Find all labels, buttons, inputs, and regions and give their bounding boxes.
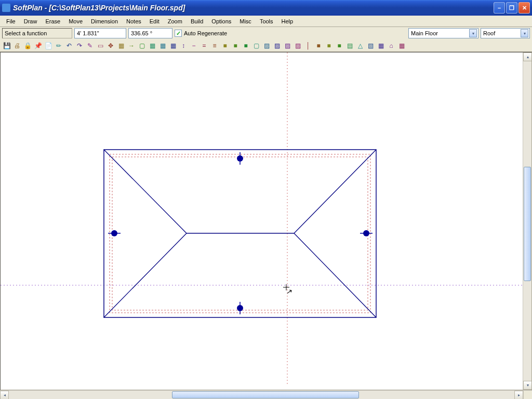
mode-dropdown-value: Roof [483,30,518,36]
minimize-button[interactable]: – [494,2,505,14]
lock-icon[interactable]: 🔒 [23,41,32,50]
svg-line-6 [104,233,187,317]
grid2-icon[interactable]: ▦ [148,41,157,50]
vscroll-thumb[interactable] [524,167,531,281]
roof-icon[interactable]: △ [355,41,365,50]
vertical-scrollbar[interactable]: ▴ ▾ [523,52,531,390]
menu-dimension[interactable]: Dimension [87,17,122,25]
grid-icon[interactable]: ▦ [116,41,126,50]
fill-dark-icon[interactable]: ■ [324,41,334,50]
menu-erase[interactable]: Erase [41,17,64,25]
fill-dark2-icon[interactable]: ■ [335,41,344,50]
check-icon: ✓ [175,30,182,37]
app-icon [2,4,10,12]
titlebar: SoftPlan - [C:\SoftPlan13\Projects\Main … [0,0,532,16]
chevron-down-icon: ▾ [469,29,477,37]
scroll-right-icon[interactable]: ▸ [514,391,523,399]
svg-line-7 [294,150,376,233]
chevron-down-icon: ▾ [521,29,528,37]
box2-icon[interactable]: ▢ [251,41,261,50]
line2-icon[interactable]: = [200,41,209,50]
dim-icon[interactable]: ▭ [96,41,105,50]
menu-build[interactable]: Build [187,17,207,25]
fill-blue3-icon[interactable]: ■ [241,41,250,50]
drawing-svg [1,52,524,385]
menu-misc[interactable]: Misc [235,17,256,25]
move-icon[interactable]: ✥ [106,41,115,50]
blue-box-icon[interactable]: ■ [314,41,323,50]
redo-icon[interactable]: ↷ [75,41,84,50]
grid5-icon[interactable]: ▦ [397,41,406,50]
hatch2-icon[interactable]: ▨ [272,41,282,50]
scroll-corner [523,391,532,399]
menu-edit[interactable]: Edit [145,17,164,25]
menu-help[interactable]: Help [277,17,298,25]
drawing-canvas[interactable]: ↖ ▴ ▾ [0,52,532,390]
line3-icon[interactable]: ≡ [210,41,219,50]
svg-line-8 [294,233,376,317]
menu-notes[interactable]: Notes [122,17,145,25]
hatch4-icon[interactable]: ▨ [293,41,302,50]
maximize-button[interactable]: ❐ [506,2,517,14]
horizontal-scrollbar[interactable]: ◂ ▸ [0,390,532,399]
fill-blue2-icon[interactable]: ■ [231,41,240,50]
hscroll-thumb[interactable] [172,391,359,398]
scroll-up-icon[interactable]: ▴ [523,52,532,61]
box-icon[interactable]: ▢ [137,41,147,50]
menu-draw[interactable]: Draw [20,17,42,25]
function-label: Select a function [2,28,72,38]
window-buttons: – ❐ ✕ [494,2,530,14]
undo-icon[interactable]: ↶ [64,41,74,50]
menu-options[interactable]: Options [207,17,235,25]
line4-icon[interactable]: │ [303,41,313,50]
scroll-down-icon[interactable]: ▾ [523,381,532,390]
angle-readout: 336.65 ° [128,28,172,38]
arrow-right-icon[interactable]: → [127,41,136,50]
hatch5-icon[interactable]: ▧ [366,41,375,50]
brick-icon[interactable]: ▤ [345,41,354,50]
measure-readout: 4' 1.831" [74,28,126,38]
save-icon[interactable]: 💾 [2,41,11,50]
edit-pencil-icon[interactable]: ✏ [54,41,63,50]
mode-dropdown[interactable]: Roof ▾ [481,28,530,38]
menu-file[interactable]: File [2,17,20,25]
fill-blue-icon[interactable]: ■ [220,41,230,50]
menu-move[interactable]: Move [64,17,87,25]
svg-line-5 [104,150,187,233]
arrow-v-icon[interactable]: ↕ [179,41,188,50]
hscroll-track[interactable] [9,391,514,399]
print-icon[interactable]: 🖨 [12,41,22,50]
close-button[interactable]: ✕ [518,2,530,14]
line1-icon[interactable]: − [189,41,198,50]
grid4-icon[interactable]: ▦ [168,41,178,50]
status-row: Select a function 4' 1.831" 336.65 ° ✓ A… [0,27,532,39]
floor-dropdown[interactable]: Main Floor ▾ [408,28,478,38]
window-title: SoftPlan - [C:\SoftPlan13\Projects\Main … [13,4,494,12]
hatch1-icon[interactable]: ▨ [262,41,271,50]
hatch3-icon[interactable]: ▨ [283,41,292,50]
menu-tools[interactable]: Tools [256,17,277,25]
menu-zoom[interactable]: Zoom [164,17,187,25]
toolbar: 💾🖨🔒📌📄✏↶↷✎▭✥▦→▢▦▦▦↕−=≡■■■▢▨▨▨▨│■■■▤△▧▦⌂▦ [0,39,532,52]
auto-regenerate-checkbox[interactable]: ✓ Auto Regenerate [175,30,227,37]
note-icon[interactable]: 📄 [44,41,53,50]
grid3-icon[interactable]: ▦ [158,41,167,50]
house-icon[interactable]: ⌂ [387,41,396,50]
wand-icon[interactable]: ✎ [85,41,95,50]
pin-icon[interactable]: 📌 [33,41,43,50]
floor-dropdown-value: Main Floor [411,30,467,36]
scroll-left-icon[interactable]: ◂ [0,391,9,399]
menubar: FileDrawEraseMoveDimensionNotesEditZoomB… [0,16,532,27]
pattern-icon[interactable]: ▦ [376,41,385,50]
auto-regenerate-label: Auto Regenerate [184,30,227,36]
